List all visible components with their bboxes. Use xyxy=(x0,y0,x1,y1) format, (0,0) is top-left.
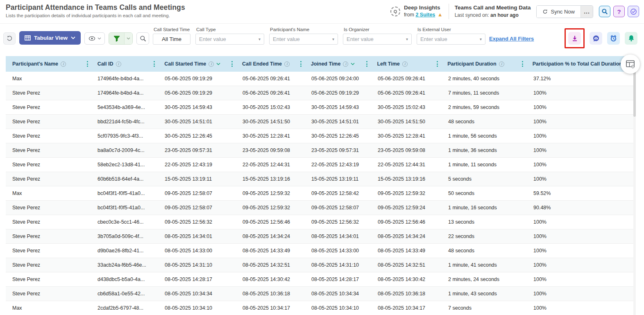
table-row[interactable]: Max2cdaf2b5-6797-48...08-05-2025 10:34:1… xyxy=(6,301,636,315)
cell-call-id: 60b6b518-64ef-4a... xyxy=(91,176,158,182)
suites-link[interactable]: 2 Suites xyxy=(415,12,435,18)
last-synced-value: an hour ago xyxy=(490,12,519,18)
top-bar: Participant Attendance in Teams Calls an… xyxy=(0,0,644,24)
filter-input-call-type[interactable]: Enter value▾ xyxy=(195,34,264,45)
filter-input-call-started-time[interactable]: All Time xyxy=(153,34,190,45)
table-row[interactable]: Steve Perezd9b0ae26-8fb2-41...08-05-2025… xyxy=(6,244,636,258)
filter-button-main[interactable] xyxy=(109,33,124,44)
filter-button-caret[interactable] xyxy=(124,33,132,44)
column-header-call-id[interactable]: Call IDi xyxy=(91,56,158,72)
info-icon[interactable]: i xyxy=(61,61,66,67)
table-row[interactable]: Steve Perez5e43534b-a369-4e...30-05-2025… xyxy=(6,100,636,115)
more-options-button[interactable]: ... xyxy=(581,6,593,18)
column-header-call-started-time[interactable]: Call Started Timei xyxy=(158,56,236,72)
table-row[interactable]: Steve Perezcbec0c3e-5cc1-46...09-05-2025… xyxy=(6,215,636,229)
table-row[interactable]: Steve Perezcb6d58a1-0e55-42...08-05-2025… xyxy=(6,287,636,301)
cell-call-ended-time: 08-05-2025 14:33:49 xyxy=(236,248,305,254)
column-header-participation-pct[interactable]: Participation % to Total Call Durationi xyxy=(526,56,636,72)
table-row[interactable]: Steve Perez174964fe-b4bd-4a...05-06-2025… xyxy=(6,86,636,100)
chevron-down-icon xyxy=(127,37,130,40)
column-menu-icon[interactable] xyxy=(435,60,439,68)
schedule-alarm-button[interactable] xyxy=(607,32,620,45)
feedback-chat-button[interactable] xyxy=(590,32,602,45)
table-row[interactable]: Steve Perez5cf07935-9fc3-4f3...30-05-202… xyxy=(6,129,636,143)
table-row[interactable]: Steve Perez3b705a0d-509c-4f...08-05-2025… xyxy=(6,229,636,244)
cell-left-time: 09-05-2025 12:56:46 xyxy=(371,219,442,225)
column-header-joined-time[interactable]: Joined Timei xyxy=(304,56,371,72)
table-scrollbar[interactable] xyxy=(633,72,636,315)
cell-left-time: 05-06-2025 09:26:41 xyxy=(371,90,442,96)
table-row[interactable]: Steve Perez33acb24a-f6b5-46e...08-05-202… xyxy=(6,258,636,272)
cell-left-time: 30-05-2025 12:28:41 xyxy=(371,133,442,139)
cell-participants-name: Steve Perez xyxy=(6,147,91,153)
scrollbar-thumb[interactable] xyxy=(633,72,636,117)
filter-button[interactable] xyxy=(109,32,133,45)
column-header-participant-duration[interactable]: Participant Durationi xyxy=(441,56,526,72)
cell-participant-duration: 1 minute, 56 seconds xyxy=(442,133,527,139)
filter-placeholder: Enter value xyxy=(273,36,332,42)
table-row[interactable]: Max174964fe-b4bd-4a...05-06-2025 09:19:2… xyxy=(6,72,636,86)
column-header-participants-name[interactable]: Participant's Namei xyxy=(6,56,91,72)
topbar-icon-buttons: ? xyxy=(599,6,639,17)
column-menu-icon[interactable] xyxy=(230,60,234,68)
cell-participant-duration: 48 seconds xyxy=(442,119,527,125)
sort-caret-icon[interactable] xyxy=(216,63,220,65)
reset-button[interactable] xyxy=(3,32,16,45)
cell-participant-duration: 7 seconds xyxy=(442,305,527,311)
cell-participation-pct: 100% xyxy=(527,248,636,254)
reset-icon xyxy=(6,35,13,42)
table-row[interactable]: Steve Perez60b6b518-64ef-4a...15-05-2025… xyxy=(6,172,636,186)
cell-participants-name: Steve Perez xyxy=(6,104,91,110)
tabular-view-button[interactable]: Tabular View xyxy=(19,31,81,45)
search-icon xyxy=(601,8,608,15)
cell-participant-duration: 48 seconds xyxy=(442,248,527,254)
sync-now-button[interactable]: Sync Now xyxy=(537,6,581,18)
table-row[interactable]: Steve Perezd438dbc5-b5a0-4a...08-05-2025… xyxy=(6,272,636,287)
column-menu-icon[interactable] xyxy=(152,60,156,68)
info-icon[interactable]: i xyxy=(402,61,408,67)
cell-left-time: 08-05-2025 14:34:24 xyxy=(371,233,442,239)
info-icon[interactable]: i xyxy=(116,61,121,67)
column-menu-icon[interactable] xyxy=(365,60,369,68)
sort-caret-icon[interactable] xyxy=(351,63,355,65)
export-download-button[interactable] xyxy=(568,32,581,45)
filter-bar: Call Started TimeAll TimeCall TypeEnter … xyxy=(153,27,485,45)
filter-input-is-external-user[interactable]: Enter value▾ xyxy=(417,34,485,45)
column-menu-icon[interactable] xyxy=(299,60,303,68)
cell-left-time: 05-06-2025 09:26:41 xyxy=(371,76,442,82)
cell-participant-duration: 2 minutes, 24 seconds xyxy=(442,276,527,282)
cell-call-id: d438dbc5-b5a0-4a... xyxy=(91,276,158,282)
notifications-bell-button[interactable] xyxy=(625,32,637,45)
cell-call-started-time: 08-05-2025 14:28:17 xyxy=(158,276,236,282)
table-row[interactable]: Steve Perezbbd221d4-fc5b-4fc...30-05-202… xyxy=(6,115,636,129)
cell-participation-pct: 100% xyxy=(527,104,636,110)
expand-all-filters-link[interactable]: Expand All Filters xyxy=(489,36,534,42)
filter-input-participants-name[interactable]: Enter value▾ xyxy=(269,34,338,45)
info-icon[interactable]: i xyxy=(284,61,290,67)
dropdown-caret-icon: ▾ xyxy=(406,37,408,41)
warning-icon: ▲ xyxy=(438,11,443,18)
search-button[interactable] xyxy=(599,6,610,17)
table-row[interactable]: Steve Perezba8a0c7d-2009-4c...23-05-2025… xyxy=(6,143,636,158)
column-header-call-ended-time[interactable]: Call Ended Timei xyxy=(236,56,304,72)
column-menu-icon[interactable] xyxy=(521,60,524,68)
scheduler-button[interactable] xyxy=(628,6,639,17)
column-visibility-button[interactable] xyxy=(84,32,105,45)
table-row[interactable]: Steve Perezbc04f3f1-f0f5-41a0...09-05-20… xyxy=(6,201,636,215)
search-icon xyxy=(140,35,146,42)
table-search-button[interactable] xyxy=(136,32,149,45)
cell-call-ended-time: 30-05-2025 12:28:41 xyxy=(236,133,305,139)
cell-participants-name: Steve Perez xyxy=(6,162,91,168)
info-icon[interactable]: i xyxy=(499,61,504,67)
column-settings-button[interactable] xyxy=(621,54,640,74)
cell-joined-time: 30-05-2025 14:51:01 xyxy=(305,119,371,125)
table-row[interactable]: Maxbc04f3f1-f0f5-41a0...09-05-2025 12:58… xyxy=(6,186,636,201)
table-row[interactable]: Steve Perez58eb2ec2-13d8-41...22-05-2025… xyxy=(6,158,636,172)
column-header-left-time[interactable]: Left Timei xyxy=(370,56,441,72)
filter-input-is-organizer[interactable]: Enter value▾ xyxy=(343,34,412,45)
help-button[interactable]: ? xyxy=(613,6,625,17)
info-icon[interactable]: i xyxy=(343,61,348,67)
cell-participants-name: Steve Perez xyxy=(6,276,91,282)
info-icon[interactable]: i xyxy=(209,61,214,67)
column-menu-icon[interactable] xyxy=(86,60,89,68)
